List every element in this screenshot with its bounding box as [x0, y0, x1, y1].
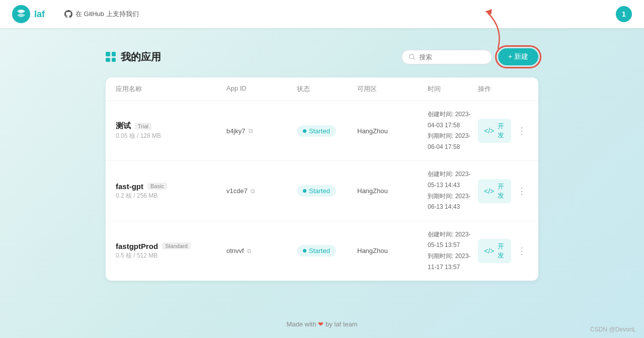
time-cell-2: 创建时间: 2023-05-15 13:57 到期时间: 2023-11-17 …: [428, 229, 478, 273]
region-cell-0: HangZhou: [357, 127, 428, 135]
more-button-2[interactable]: ⋮: [515, 244, 528, 258]
col-app-name: 应用名称: [116, 84, 226, 94]
col-time: 时间: [428, 84, 478, 94]
dev-button-0[interactable]: </> 开发: [478, 119, 511, 143]
app-name-2: fastgptProd: [116, 242, 158, 250]
apps-grid-icon: [106, 52, 116, 62]
app-id-cell-1: v1cde7 ⧉: [226, 187, 297, 195]
table-row: 测试 Trial 0.05 核 / 128 MB b4jky7 ⧉ Starte…: [106, 101, 538, 161]
table-row: fast-gpt Basic 0.2 核 / 256 MB v1cde7 ⧉ S…: [106, 161, 538, 221]
table-row: fastgptProd Standard 0.5 核 / 512 MB otnv…: [106, 221, 538, 281]
header: laf 在 GitHub 上支持我们 1: [0, 0, 644, 28]
status-cell-2: Started: [297, 245, 357, 257]
footer-text-before: Made with: [286, 320, 316, 328]
app-name-cell-1: fast-gpt Basic 0.2 核 / 256 MB: [116, 182, 226, 200]
status-cell-1: Started: [297, 185, 357, 197]
status-badge-1: Started: [297, 185, 336, 197]
svg-text:laf: laf: [34, 9, 45, 19]
app-name-1: fast-gpt: [116, 182, 143, 191]
more-button-1[interactable]: ⋮: [515, 185, 528, 198]
page-title: 我的应用: [121, 50, 161, 64]
app-spec-2: 0.5 核 / 512 MB: [116, 251, 226, 260]
action-cell-2: </> 开发 ⋮: [478, 239, 528, 263]
col-region: 可用区: [357, 84, 428, 94]
heart-icon: ❤: [318, 320, 326, 328]
github-icon: [64, 10, 72, 18]
app-id-cell-2: otnvvf ⧉: [226, 247, 297, 255]
status-text-0: Started: [309, 127, 330, 135]
status-cell-0: Started: [297, 125, 357, 137]
code-icon-0: </>: [484, 127, 494, 135]
table-header: 应用名称 App ID 状态 可用区 时间 操作: [106, 77, 538, 101]
header-left: laf 在 GitHub 上支持我们: [12, 5, 139, 23]
copy-icon-0[interactable]: ⧉: [249, 127, 253, 134]
search-and-new: + 新建: [401, 48, 538, 65]
region-cell-2: HangZhou: [357, 247, 428, 255]
avatar-badge[interactable]: 1: [616, 6, 632, 22]
status-dot-0: [303, 129, 306, 133]
expires-time-1: 到期时间: 2023-06-13 14:43: [428, 191, 478, 213]
status-text-2: Started: [309, 247, 330, 255]
app-name-0: 测试: [116, 121, 131, 131]
created-time-2: 创建时间: 2023-05-15 13:57: [428, 229, 478, 251]
page-title-wrap: 我的应用: [106, 50, 161, 64]
app-name-cell-2: fastgptProd Standard 0.5 核 / 512 MB: [116, 242, 226, 260]
col-app-id: App ID: [226, 84, 297, 94]
more-button-0[interactable]: ⋮: [515, 124, 528, 137]
app-id-2: otnvvf: [226, 247, 244, 255]
dev-label-2: 开发: [497, 242, 505, 260]
dev-label-0: 开发: [497, 122, 505, 140]
col-status: 状态: [297, 84, 357, 94]
dev-button-1[interactable]: </> 开发: [478, 179, 511, 203]
status-dot-1: [303, 189, 306, 193]
action-cell-1: </> 开发 ⋮: [478, 179, 528, 203]
app-id-cell-0: b4jky7 ⧉: [226, 127, 297, 135]
laf-logo-icon: [12, 5, 30, 23]
dev-label-1: 开发: [497, 182, 505, 200]
app-plan-1: Basic: [147, 183, 167, 190]
app-plan-2: Standard: [162, 242, 191, 249]
app-spec-1: 0.2 核 / 256 MB: [116, 192, 226, 200]
copy-icon-2[interactable]: ⧉: [247, 247, 252, 255]
status-badge-0: Started: [297, 125, 336, 137]
main-content: 我的应用 + 新建 应用名称 App ID: [96, 28, 548, 301]
created-time-1: 创建时间: 2023-05-13 14:43: [428, 169, 478, 191]
action-cell-0: </> 开发 ⋮: [478, 119, 528, 143]
code-icon-2: </>: [484, 247, 494, 255]
col-action: 操作: [478, 84, 528, 94]
arrow-container: + 新建: [498, 48, 538, 65]
laf-text-logo: laf: [34, 9, 54, 19]
time-cell-0: 创建时间: 2023-04-03 17:58 到期时间: 2023-06-04 …: [428, 109, 478, 152]
search-input[interactable]: [419, 53, 485, 61]
app-table: 应用名称 App ID 状态 可用区 时间 操作 测试 Trial 0.05 核…: [106, 77, 538, 281]
app-spec-0: 0.05 核 / 128 MB: [116, 132, 226, 140]
footer: Made with ❤ by laf team: [0, 310, 644, 338]
app-id-0: b4jky7: [226, 127, 246, 135]
status-dot-2: [303, 249, 306, 252]
github-text: 在 GitHub 上支持我们: [75, 10, 139, 19]
search-icon: [409, 53, 415, 60]
logo: laf: [12, 5, 54, 23]
expires-time-2: 到期时间: 2023-11-17 13:57: [428, 251, 478, 273]
search-box[interactable]: [401, 50, 492, 64]
time-cell-1: 创建时间: 2023-05-13 14:43 到期时间: 2023-06-13 …: [428, 169, 478, 212]
expires-time-0: 到期时间: 2023-06-04 17:58: [428, 131, 478, 152]
status-text-1: Started: [309, 187, 330, 195]
dev-button-2[interactable]: </> 开发: [478, 239, 511, 263]
new-button[interactable]: + 新建: [498, 48, 538, 65]
app-name-cell-0: 测试 Trial 0.05 核 / 128 MB: [116, 121, 226, 140]
created-time-0: 创建时间: 2023-04-03 17:58: [428, 109, 478, 131]
footer-text-after: by laf team: [326, 320, 358, 328]
status-badge-2: Started: [297, 245, 336, 257]
code-icon-1: </>: [484, 187, 494, 195]
app-id-1: v1cde7: [226, 187, 248, 195]
bottom-credit: CSDN @DevonL: [590, 326, 636, 333]
title-row: 我的应用 + 新建: [106, 48, 538, 65]
app-plan-0: Trial: [135, 123, 151, 130]
github-link[interactable]: 在 GitHub 上支持我们: [64, 10, 139, 19]
region-cell-1: HangZhou: [357, 187, 428, 195]
copy-icon-1[interactable]: ⧉: [251, 188, 255, 195]
